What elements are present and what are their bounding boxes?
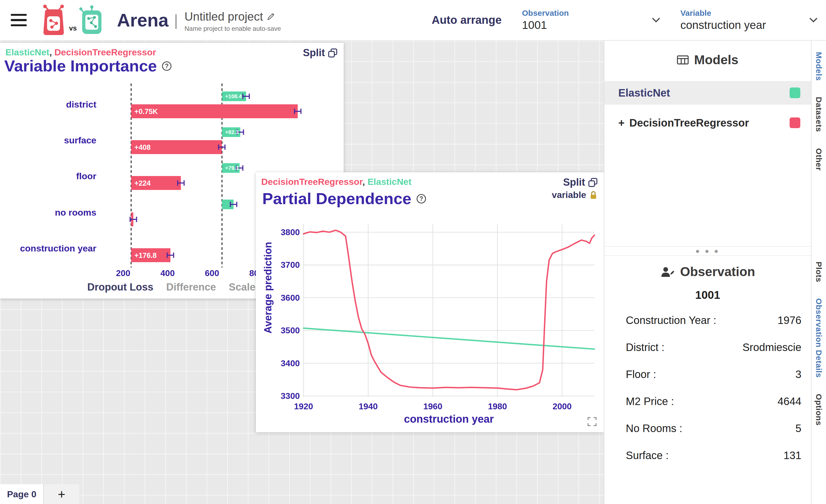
arena-app: vs Arena | Untitled project [0, 0, 826, 504]
svg-text:1980: 1980 [488, 401, 507, 411]
split-button[interactable]: Split [303, 47, 337, 59]
edit-project-icon[interactable] [267, 13, 275, 20]
tab-datasets[interactable]: Datasets [814, 89, 823, 140]
tab-models[interactable]: Models [814, 44, 823, 89]
subtitle-separator: , [362, 177, 367, 187]
variable-dropdown-value: construction year [681, 19, 766, 32]
variable-lock-label: variable [552, 190, 586, 200]
observation-field-row: Construction Year :1976 [626, 314, 802, 326]
partial-dependence-plot[interactable]: 3300340035003600370038001920194019601980… [256, 172, 604, 432]
help-icon[interactable]: ? [162, 61, 172, 71]
red-robot-icon [40, 4, 67, 36]
project-name-input[interactable]: Untitled project [184, 10, 263, 23]
observation-field-row: Floor :3 [626, 368, 802, 380]
split-icon [588, 178, 597, 187]
axis-mode-difference[interactable]: Difference [166, 281, 216, 293]
chevron-down-icon [652, 17, 660, 23]
widget-title-text: Partial Dependence [262, 189, 411, 208]
add-page-button[interactable]: + [44, 484, 79, 504]
model-item-decisiontreeregressor[interactable]: +DecisionTreeRegressor [604, 111, 811, 135]
tab-group-top: ModelsDatasetsOther [812, 44, 826, 179]
svg-text:1960: 1960 [423, 401, 442, 411]
person-edit-icon [660, 266, 675, 277]
axis-mode-dropout-loss[interactable]: Dropout Loss [87, 281, 154, 293]
svg-text:3700: 3700 [281, 260, 300, 270]
vi-axis-options: Dropout LossDifferenceScaled [87, 281, 261, 293]
tab-plots[interactable]: Plots [814, 254, 823, 290]
table-icon [677, 55, 689, 65]
variable-dropdown[interactable]: Variable construction year [681, 9, 817, 32]
model-name-decisiontreeregressor[interactable]: DecisionTreeRegressor [54, 47, 156, 57]
tab-group-bottom: PlotsObservation DetailsOptions [812, 254, 826, 434]
svg-text:surface: surface [64, 135, 96, 145]
svg-text:200: 200 [116, 268, 130, 278]
observation-field-row: No Rooms :5 [626, 423, 802, 434]
observation-field-value: 1976 [777, 314, 802, 326]
model-name-elasticnet[interactable]: ElasticNet [5, 47, 49, 57]
svg-text:600: 600 [205, 268, 219, 278]
observation-field-label: District : [626, 341, 664, 354]
main-area: districtsurfacefloorno roomsconstruction… [0, 41, 826, 504]
panel-resize-handle[interactable]: ● ● ● [604, 246, 811, 255]
svg-text:+224: +224 [134, 179, 151, 187]
models-panel-header: Models [604, 41, 811, 67]
right-sidebar: Models ElasticNet+DecisionTreeRegressor … [604, 41, 811, 504]
observation-field-row: Surface :131 [626, 449, 802, 461]
title-divider: | [174, 11, 178, 29]
variable-lock-button[interactable]: variable [552, 190, 597, 200]
svg-text:3800: 3800 [281, 228, 300, 237]
help-icon[interactable]: ? [416, 194, 426, 204]
observation-field-label: M2 Price : [626, 395, 674, 407]
observation-field-value: 3 [795, 368, 802, 380]
model-name-elasticnet[interactable]: ElasticNet [367, 177, 411, 187]
svg-text:1940: 1940 [359, 401, 378, 411]
observation-dropdown-value: 1001 [522, 19, 569, 32]
menu-icon[interactable] [11, 14, 27, 26]
dashboard-canvas[interactable]: districtsurfacefloorno roomsconstruction… [0, 41, 604, 504]
partial-dependence-models: DecisionTreeRegressor, ElasticNet [261, 177, 411, 187]
widget-title-text: Variable Importance [4, 57, 157, 75]
model-item-label: +DecisionTreeRegressor [618, 117, 749, 129]
svg-text:?: ? [165, 63, 169, 70]
lock-icon [589, 190, 597, 200]
chevron-down-icon [809, 17, 817, 23]
observation-panel-title: Observation [680, 264, 755, 279]
project-hint: Name project to enable auto-save [184, 25, 281, 33]
model-color-swatch[interactable] [789, 117, 800, 128]
models-panel-title: Models [694, 52, 738, 67]
split-label: Split [563, 177, 585, 188]
tab-options[interactable]: Options [814, 386, 823, 434]
partial-dependence-widget: 3300340035003600370038001920194019601980… [256, 172, 604, 432]
observation-field-value: 4644 [777, 395, 802, 407]
fullscreen-icon[interactable] [587, 416, 597, 427]
observation-field-label: Surface : [626, 449, 669, 461]
svg-text:3600: 3600 [281, 293, 300, 303]
svg-text:floor: floor [76, 171, 96, 181]
model-name-decisiontreeregressor[interactable]: DecisionTreeRegressor [261, 177, 362, 187]
split-button[interactable]: Split [563, 177, 597, 188]
tab-other[interactable]: Other [814, 140, 823, 179]
auto-arrange-button[interactable]: Auto arrange [432, 14, 501, 26]
split-label: Split [303, 47, 325, 59]
svg-text:+82.3: +82.3 [225, 129, 239, 135]
model-item-label: ElasticNet [618, 87, 670, 99]
page-tab-0[interactable]: Page 0 [0, 484, 44, 504]
model-item-name: DecisionTreeRegressor [629, 117, 749, 129]
tab-observation-details[interactable]: Observation Details [814, 290, 823, 386]
model-item-elasticnet[interactable]: ElasticNet [604, 81, 811, 105]
top-bar: vs Arena | Untitled project [0, 0, 826, 41]
svg-text:?: ? [419, 195, 423, 202]
observation-fields: Construction Year :1976District :Srodmie… [604, 314, 811, 461]
model-color-swatch[interactable] [789, 87, 800, 98]
models-list: ElasticNet+DecisionTreeRegressor [604, 81, 811, 135]
svg-text:+79.3: +79.3 [225, 165, 239, 171]
observation-dropdown[interactable]: Observation 1001 [522, 9, 660, 32]
svg-text:+0.75K: +0.75K [134, 108, 158, 116]
observation-field-label: Floor : [626, 368, 656, 380]
variable-importance-models: ElasticNet, DecisionTreeRegressor [5, 47, 156, 58]
svg-text:3300: 3300 [281, 391, 300, 401]
add-model-icon[interactable]: + [618, 117, 625, 129]
svg-text:3500: 3500 [281, 326, 300, 335]
observation-id: 1001 [604, 289, 811, 302]
side-tab-strip: ModelsDatasetsOther PlotsObservation Det… [811, 41, 826, 504]
